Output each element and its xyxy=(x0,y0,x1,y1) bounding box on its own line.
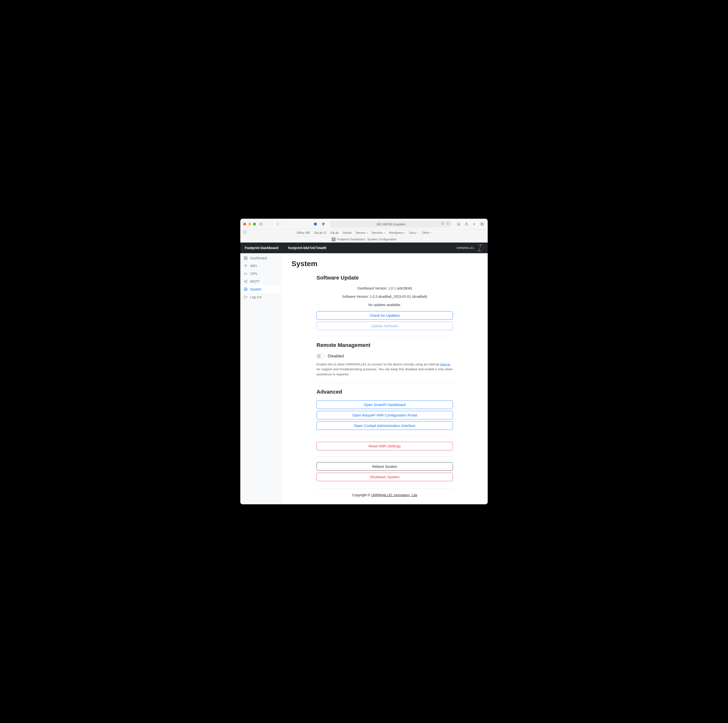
favorite-gitlab[interactable]: GitLab xyxy=(330,231,338,235)
divider xyxy=(317,456,453,456)
chevron-down-icon: ▾ xyxy=(404,232,405,234)
app-header: Footprint Dashboard footprint-b827eb734a… xyxy=(240,243,488,253)
sidebar-item-vpn[interactable]: VPN xyxy=(240,270,281,278)
wifi-icon xyxy=(244,264,248,268)
reboot-button[interactable]: Reboot System xyxy=(317,462,453,471)
favorite-label: Servers xyxy=(355,231,366,235)
main-content: System Software Update Dashboard Version… xyxy=(282,253,488,504)
tab-title-text: Footprint Dashboard - System Configurati… xyxy=(337,238,397,241)
favorite-other[interactable]: Other▾ xyxy=(422,231,431,235)
chevron-down-icon: ▾ xyxy=(367,232,368,234)
remote-management-section: Remote Management Disabled Enable this t… xyxy=(317,342,453,377)
sidebar-item-dashboard[interactable]: Dashboard xyxy=(240,254,281,262)
tab-favicon: 1 xyxy=(332,238,335,241)
gear-icon xyxy=(244,287,248,291)
favorite-label: Wordpress xyxy=(389,231,403,235)
sidebar-item-wifi[interactable]: WiFi xyxy=(240,262,281,270)
new-tab-button[interactable] xyxy=(472,221,477,227)
tabs-overview-button[interactable] xyxy=(479,221,485,227)
unparallel-logo: UNPARALLEL xyxy=(457,244,483,252)
svg-line-16 xyxy=(479,244,481,252)
show-favorites-grid-button[interactable] xyxy=(243,230,247,235)
chevron-down-icon: ▾ xyxy=(430,232,431,234)
sidebar-item-log-out[interactable]: Log out xyxy=(240,293,281,301)
software-version: Software Version: 1.0.2-dcad6a6_2023-02-… xyxy=(317,294,453,299)
forward-button[interactable] xyxy=(283,221,288,227)
remote-management-state: Disabled xyxy=(328,354,344,358)
open-raspap-button[interactable]: Open RaspAP WiFi Configuration Portal xyxy=(317,411,453,419)
favorite-label: GitLab UI xyxy=(314,231,326,235)
update-software-button[interactable]: Update Software xyxy=(317,322,453,330)
favorite-label: GitHub xyxy=(343,231,352,235)
app-hostname: footprint-b827eb734a99 xyxy=(288,246,326,250)
favorite-wordpress[interactable]: Wordpress▾ xyxy=(389,231,405,235)
chevron-down-icon: ▾ xyxy=(384,232,385,234)
cloud-icon xyxy=(244,272,248,276)
open-smartpi-button[interactable]: Open SmartPi Dashboard xyxy=(317,400,453,409)
zoom-window-button[interactable] xyxy=(253,223,256,226)
shutdown-button[interactable]: Shutdown System xyxy=(317,473,453,481)
software-update-section: Software Update Dashboard Version: 1.0.1… xyxy=(317,275,453,330)
footer-company-link[interactable]: UNPARALLEL Innovation, Lda xyxy=(371,493,417,497)
favorite-office-365[interactable]: Office 365 xyxy=(297,231,310,235)
svg-line-25 xyxy=(245,281,246,281)
favorite-label: Other xyxy=(422,231,429,235)
check-updates-button[interactable]: Check for Updates xyxy=(317,311,453,320)
share-icon xyxy=(244,279,248,284)
favorite-gitlab-ui[interactable]: GitLab UI xyxy=(314,231,326,235)
svg-point-24 xyxy=(246,282,247,283)
divider xyxy=(317,383,453,383)
favorite-label: Office 365 xyxy=(297,231,310,235)
sidebar-item-label: WiFi xyxy=(250,264,257,268)
sidebar-item-label: System xyxy=(250,287,262,291)
close-window-button[interactable] xyxy=(243,223,246,226)
sidebar-item-label: Log out xyxy=(250,295,262,299)
extension-icon[interactable] xyxy=(313,221,318,227)
update-status: No updates available. xyxy=(317,303,453,307)
sidebar-dropdown-button[interactable] xyxy=(266,221,269,227)
reader-icon[interactable] xyxy=(441,222,444,226)
advanced-section: Advanced Open SmartPi Dashboard Open Ras… xyxy=(317,389,453,481)
back-button[interactable] xyxy=(275,221,280,227)
software-update-heading: Software Update xyxy=(317,275,453,281)
favorite-servers[interactable]: Servers▾ xyxy=(355,231,368,235)
remote-management-toggle[interactable] xyxy=(317,354,325,358)
sidebar: DashboardWiFiVPNMQTTSystemLog out xyxy=(240,253,282,504)
svg-rect-0 xyxy=(260,223,263,225)
favorite-services[interactable]: Services▾ xyxy=(372,231,385,235)
app-brand[interactable]: Footprint Dashboard xyxy=(245,246,278,250)
browser-titlebar: 192.168.50.1/system xyxy=(240,219,488,230)
svg-rect-2 xyxy=(314,223,317,226)
sidebar-item-system[interactable]: System xyxy=(240,285,281,293)
favorite-docs[interactable]: Docs▾ xyxy=(409,231,418,235)
remote-management-help: Enable this to allow UNPARALLEL to conne… xyxy=(317,362,453,377)
rport-link[interactable]: rport.io xyxy=(440,363,450,366)
svg-point-27 xyxy=(245,289,246,290)
sidebar-item-mqtt[interactable]: MQTT xyxy=(240,278,281,285)
page-title: System xyxy=(291,259,478,268)
svg-rect-17 xyxy=(244,257,245,258)
address-bar[interactable]: 192.168.50.1/system xyxy=(330,221,452,227)
sidebar-item-label: MQTT xyxy=(250,279,260,284)
reset-wifi-button[interactable]: Reset WiFi Settings xyxy=(317,442,453,450)
svg-rect-12 xyxy=(481,223,483,225)
share-button[interactable] xyxy=(464,221,469,227)
svg-text:UNPARALLEL: UNPARALLEL xyxy=(457,247,474,249)
svg-rect-19 xyxy=(244,258,245,259)
svg-point-23 xyxy=(244,281,245,282)
logout-icon xyxy=(244,295,248,299)
sidebar-toggle-button[interactable] xyxy=(258,221,264,227)
favorite-label: Docs xyxy=(409,231,416,235)
downloads-button[interactable] xyxy=(456,221,461,227)
minimize-window-button[interactable] xyxy=(248,223,251,226)
svg-rect-20 xyxy=(246,258,247,259)
favorite-label: GitLab xyxy=(330,231,338,235)
sidebar-item-label: Dashboard xyxy=(250,256,267,260)
favorite-github[interactable]: GitHub xyxy=(343,231,352,235)
open-cockpit-button[interactable]: Open Cockpit Administration Interface xyxy=(317,421,453,430)
reload-button[interactable] xyxy=(446,222,450,226)
remote-management-heading: Remote Management xyxy=(317,342,453,348)
dashboard-version: Dashboard Version: 1.0.1 (edc3834) xyxy=(317,286,453,290)
shield-icon[interactable] xyxy=(320,221,326,227)
divider xyxy=(317,336,453,336)
